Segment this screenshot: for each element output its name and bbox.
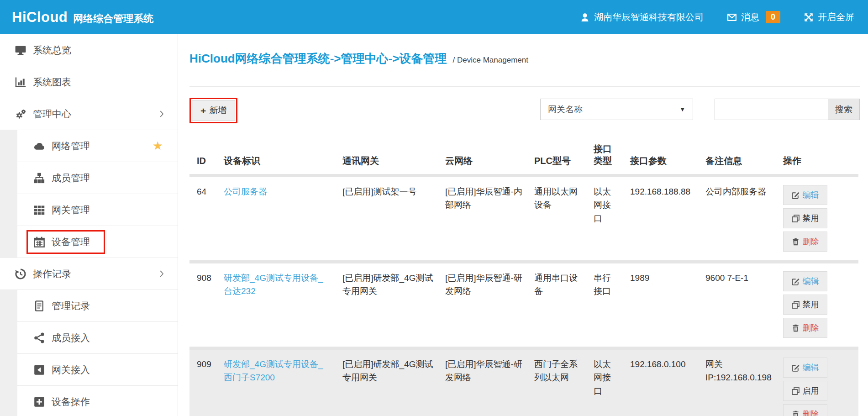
brand-suffix: 网络综合管理系统 — [73, 12, 153, 26]
breadcrumb-subtitle: / Device Management — [453, 56, 528, 64]
table-body: 64 公司服务器 [已启用]测试架一号 [已启用]华辰智通-内部网络 通用以太网… — [189, 176, 858, 416]
column-header-6: 接口参数 — [630, 138, 705, 176]
cell-plc-model: 通用以太网设备 — [534, 176, 594, 262]
delete-button[interactable]: 删除 — [783, 318, 827, 338]
chevron-right-icon — [160, 111, 164, 117]
toggle-button[interactable]: 禁用 — [783, 208, 827, 228]
messages-label: 消息 — [741, 11, 759, 23]
cell-interface-type: 以太网接口 — [594, 176, 630, 262]
device-table: ID设备标识通讯网关云网络PLC型号接口类型接口参数备注信息操作 64 公司服务… — [189, 138, 858, 416]
grid-icon — [34, 205, 45, 216]
sidebar-item-11[interactable]: 设备操作 — [0, 386, 178, 416]
edit-button[interactable]: 编辑 — [783, 271, 827, 291]
device-link[interactable]: 公司服务器 — [224, 187, 267, 196]
sidebar-item-0[interactable]: 系统总览 — [0, 34, 178, 66]
column-header-7: 备注信息 — [705, 138, 783, 176]
add-button[interactable]: + 新增 — [192, 100, 235, 121]
sidebar-item-label: 网关管理 — [52, 204, 90, 216]
sidebar-item-3[interactable]: 网络管理 ★ — [0, 130, 178, 162]
sidebar-item-7[interactable]: 操作记录 — [0, 258, 178, 290]
cell-gateway: [已启用]测试架一号 — [342, 176, 445, 262]
bar-chart-icon — [15, 77, 26, 88]
sidebar-nav: 系统总览 系统图表 管理中心 网络管理 ★ 成员管理 网关管理 — [0, 34, 178, 416]
device-link[interactable]: 研发部_4G测试专用设备_西门子S7200 — [224, 359, 323, 382]
table-row-909: 909 研发部_4G测试专用设备_西门子S7200 [已启用]研发部_4G测试专… — [189, 348, 858, 416]
page-header: HiCloud网络综合管理系统->管理中心->设备管理 / Device Man… — [189, 34, 860, 87]
desktop-icon — [15, 45, 26, 56]
sidebar-item-label: 网络管理 — [52, 140, 90, 153]
trash-icon — [792, 238, 800, 246]
sidebar-item-label: 成员管理 — [52, 172, 90, 184]
device-link[interactable]: 研发部_4G测试专用设备_台达232 — [224, 273, 323, 296]
column-header-2: 通讯网关 — [342, 138, 445, 176]
cell-remark: 9600 7-E-1 — [705, 262, 783, 348]
sidebar-item-label: 网关接入 — [52, 363, 90, 376]
sidebar-item-8[interactable]: 管理记录 — [0, 290, 178, 322]
filter-selected-value: 网关名称 — [548, 104, 583, 116]
messages-menu[interactable]: 消息 0 — [727, 11, 780, 23]
table-header-row: ID设备标识通讯网关云网络PLC型号接口类型接口参数备注信息操作 — [189, 138, 858, 176]
sidebar-item-6[interactable]: 设备管理 — [0, 226, 178, 258]
pencil-square-icon — [792, 364, 800, 372]
account-menu[interactable]: 湖南华辰智通科技有限公司 — [580, 11, 704, 23]
main-content: HiCloud网络综合管理系统->管理中心->设备管理 / Device Man… — [178, 34, 868, 416]
sidebar-item-2[interactable]: 管理中心 — [0, 98, 178, 130]
delete-button[interactable]: 删除 — [783, 232, 827, 252]
cell-interface-params: 1989 — [630, 262, 705, 348]
top-navbar: HiCloud 网络综合管理系统 湖南华辰智通科技有限公司 消息 0 开启全屏 — [0, 0, 868, 34]
filter-select[interactable]: 网关名称 ▼ — [540, 99, 693, 120]
cell-id: 64 — [189, 176, 224, 262]
cell-plc-model: 通用串口设备 — [534, 262, 594, 348]
calendar-icon — [34, 237, 45, 247]
toggle-button[interactable]: 禁用 — [783, 295, 827, 315]
caret-down-icon: ▼ — [679, 106, 685, 113]
column-header-4: PLC型号 — [534, 138, 594, 176]
sidebar-item-9[interactable]: 成员接入 — [0, 322, 178, 354]
sidebar-item-4[interactable]: 成员管理 — [0, 162, 178, 194]
edit-button[interactable]: 编辑 — [783, 358, 827, 378]
file-icon — [34, 300, 45, 311]
toggle-button[interactable]: 启用 — [783, 381, 827, 401]
breadcrumb: HiCloud网络综合管理系统->管理中心->设备管理 — [189, 52, 447, 65]
sidebar-item-1[interactable]: 系统图表 — [0, 66, 178, 98]
table-row-908: 908 研发部_4G测试专用设备_台达232 [已启用]研发部_4G测试专用网关… — [189, 262, 858, 348]
plus-square-icon — [34, 396, 45, 407]
fullscreen-label: 开启全屏 — [818, 11, 854, 23]
search-input[interactable] — [715, 99, 828, 120]
clone-icon — [792, 301, 800, 309]
fullscreen-icon — [804, 13, 813, 22]
sidebar-item-label: 管理中心 — [33, 108, 71, 121]
column-header-8: 操作 — [783, 138, 858, 176]
fullscreen-toggle[interactable]: 开启全屏 — [804, 11, 854, 23]
cell-remark: 网关 IP:192.168.0.198 — [705, 348, 783, 416]
sidebar-item-label: 设备操作 — [52, 395, 90, 408]
envelope-icon — [727, 13, 736, 22]
cell-gateway: [已启用]研发部_4G测试专用网关 — [342, 262, 445, 348]
column-header-3: 云网络 — [445, 138, 534, 176]
sidebar-item-label: 操作记录 — [33, 268, 71, 280]
search-button[interactable]: 搜索 — [828, 99, 860, 120]
cell-interface-params: 192.168.0.100 — [630, 348, 705, 416]
column-header-0: ID — [189, 138, 224, 176]
delete-button[interactable]: 删除 — [783, 404, 827, 416]
table-row-64: 64 公司服务器 [已启用]测试架一号 [已启用]华辰智通-内部网络 通用以太网… — [189, 176, 858, 262]
sidebar-item-label: 成员接入 — [52, 332, 90, 344]
clone-icon — [792, 215, 800, 222]
cell-interface-type: 以太网接口 — [594, 348, 630, 416]
sidebar-item-label: 系统图表 — [33, 76, 71, 89]
sidebar-item-5[interactable]: 网关管理 — [0, 194, 178, 226]
pencil-square-icon — [792, 278, 800, 285]
sidebar-item-10[interactable]: 网关接入 — [0, 354, 178, 386]
plus-icon: + — [200, 106, 206, 116]
column-header-5: 接口类型 — [594, 138, 630, 176]
sidebar-item-label: 管理记录 — [52, 300, 90, 312]
sidebar-item-label: 系统总览 — [33, 44, 71, 57]
cell-interface-type: 串行接口 — [594, 262, 630, 348]
annotation-box: 设备管理 — [26, 230, 105, 254]
share-icon — [34, 332, 45, 343]
cloud-icon — [34, 141, 45, 152]
edit-button[interactable]: 编辑 — [783, 185, 827, 205]
cell-remark: 公司内部服务器 — [705, 176, 783, 262]
user-icon — [580, 13, 589, 22]
table-toolbar: + 新增 网关名称 ▼ 搜索 — [189, 99, 860, 121]
